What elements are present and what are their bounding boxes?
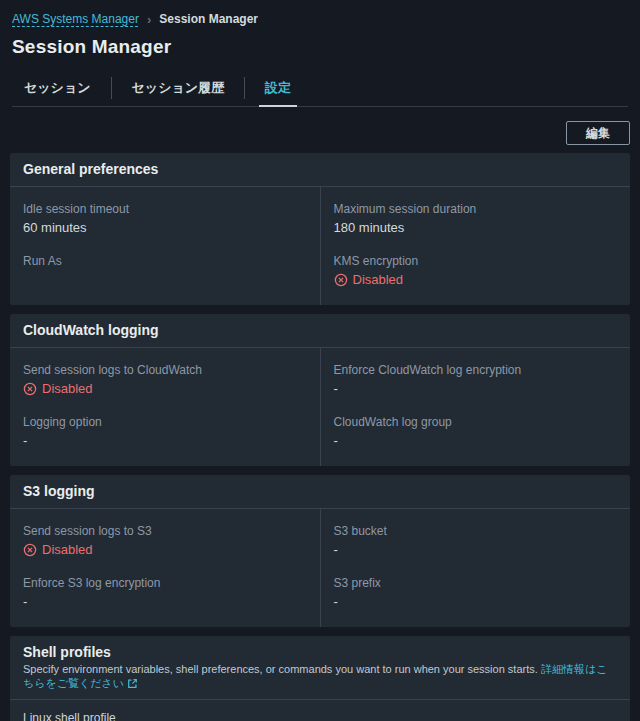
card-header: S3 logging (10, 475, 630, 509)
status-disabled: Disabled (23, 381, 307, 397)
right-column: Enforce CloudWatch log encryption - Clou… (321, 348, 631, 466)
field-s3-bucket: S3 bucket - (334, 523, 618, 558)
field-label: Send session logs to CloudWatch (23, 362, 307, 378)
preferences-toolbar: 編集 (10, 121, 630, 145)
field-kms-encryption: KMS encryption Disabled (334, 253, 618, 288)
status-text: Disabled (353, 272, 404, 288)
edit-button[interactable]: 編集 (566, 121, 630, 145)
field-maximum-session-duration: Maximum session duration 180 minutes (334, 201, 618, 236)
x-circle-icon (23, 543, 37, 557)
right-column: S3 bucket - S3 prefix - (321, 509, 631, 627)
breadcrumb-separator-icon: › (147, 13, 151, 26)
field-logging-option: Logging option - (23, 414, 307, 449)
field-value: - (334, 381, 618, 397)
status-disabled: Disabled (23, 542, 307, 558)
field-label: Idle session timeout (23, 201, 307, 217)
field-label: S3 prefix (334, 575, 618, 591)
card-body: Send session logs to S3 Disabled Enforce… (10, 509, 630, 627)
breadcrumb: AWS Systems Manager › Session Manager (12, 12, 628, 26)
field-cloudwatch-log-group: CloudWatch log group - (334, 414, 618, 449)
field-label: Enforce S3 log encryption (23, 575, 307, 591)
card-header: CloudWatch logging (10, 314, 630, 348)
card-body: Send session logs to CloudWatch Disabled… (10, 348, 630, 466)
tab-session-history[interactable]: セッション履歴 (126, 72, 231, 106)
field-label: Maximum session duration (334, 201, 618, 217)
session-manager-preferences-page: AWS Systems Manager › Session Manager Se… (0, 0, 640, 721)
card-title: CloudWatch logging (23, 320, 617, 340)
card-header: General preferences (10, 153, 630, 187)
field-run-as: Run As (23, 253, 307, 288)
status-disabled: Disabled (334, 272, 618, 288)
field-value: - (23, 433, 307, 449)
field-enforce-s3-encryption: Enforce S3 log encryption - (23, 575, 307, 610)
card-s3-logging: S3 logging Send session logs to S3 Disab… (10, 475, 630, 627)
field-value: - (23, 594, 307, 610)
field-value: - (334, 594, 618, 610)
tab-divider (244, 77, 245, 99)
field-value (23, 272, 307, 288)
field-send-logs-s3: Send session logs to S3 Disabled (23, 523, 307, 558)
breadcrumb-link-systems-manager[interactable]: AWS Systems Manager (12, 12, 139, 26)
field-enforce-cloudwatch-encryption: Enforce CloudWatch log encryption - (334, 362, 618, 397)
card-body: Idle session timeout 60 minutes Run As M… (10, 187, 630, 305)
card-shell-profiles: Shell profiles Specify environment varia… (10, 636, 630, 721)
card-general-preferences: General preferences Idle session timeout… (10, 153, 630, 305)
breadcrumb-current: Session Manager (159, 12, 258, 26)
card-cloudwatch-logging: CloudWatch logging Send session logs to … (10, 314, 630, 466)
card-title: S3 logging (23, 481, 617, 501)
field-value: - (334, 542, 618, 558)
card-description: Specify environment variables, shell pre… (23, 662, 617, 692)
field-value: - (334, 433, 618, 449)
field-send-logs-cloudwatch: Send session logs to CloudWatch Disabled (23, 362, 307, 397)
tab-bar: セッション セッション履歴 設定 (12, 72, 628, 107)
tab-preferences-active[interactable]: 設定 (259, 72, 297, 106)
card-title: Shell profiles (23, 642, 617, 662)
field-value: 180 minutes (334, 220, 618, 236)
linux-shell-profile-label: Linux shell profile (23, 711, 617, 721)
field-label: Run As (23, 253, 307, 269)
field-label: Enforce CloudWatch log encryption (334, 362, 618, 378)
left-column: Idle session timeout 60 minutes Run As (10, 187, 320, 305)
x-circle-icon (334, 273, 348, 287)
field-s3-prefix: S3 prefix - (334, 575, 618, 610)
field-idle-session-timeout: Idle session timeout 60 minutes (23, 201, 307, 236)
left-column: Send session logs to S3 Disabled Enforce… (10, 509, 320, 627)
description-text: Specify environment variables, shell pre… (23, 663, 538, 675)
field-label: KMS encryption (334, 253, 618, 269)
status-text: Disabled (42, 381, 93, 397)
card-title: General preferences (23, 159, 617, 179)
left-column: Send session logs to CloudWatch Disabled… (10, 348, 320, 466)
field-value: 60 minutes (23, 220, 307, 236)
x-circle-icon (23, 382, 37, 396)
card-body: Linux shell profile /bin/bash cd /home/$… (10, 700, 630, 721)
tab-sessions[interactable]: セッション (18, 72, 97, 106)
external-link-icon (127, 678, 138, 692)
card-header: Shell profiles Specify environment varia… (10, 636, 630, 700)
field-label: Send session logs to S3 (23, 523, 307, 539)
field-label: S3 bucket (334, 523, 618, 539)
page-title: Session Manager (12, 36, 628, 58)
field-label: CloudWatch log group (334, 414, 618, 430)
right-column: Maximum session duration 180 minutes KMS… (321, 187, 631, 305)
status-text: Disabled (42, 542, 93, 558)
field-label: Logging option (23, 414, 307, 430)
tab-divider (111, 77, 112, 99)
